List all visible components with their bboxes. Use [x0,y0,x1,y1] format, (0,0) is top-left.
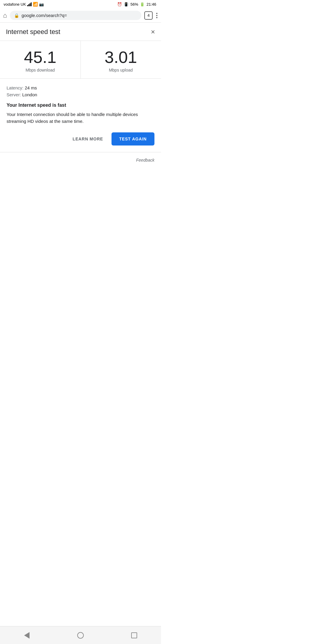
battery-icon: 🔋 [140,2,145,7]
latency-line: Latency: 24 ms [7,85,154,90]
alarm-icon: ⏰ [117,2,122,7]
upload-label: Mbps upload [86,68,157,72]
tab-count[interactable]: 4 [144,11,153,20]
extra-icon: 📷 [39,2,44,7]
status-left: vodafone UK 📶 📷 [4,2,44,7]
download-label: Mbps download [5,68,76,72]
feedback-link[interactable]: Feedback [136,158,154,162]
feedback-row: Feedback [0,152,161,168]
server-label: Server: [7,92,21,97]
url-text: google.com/search?q= [21,13,67,18]
action-row: LEARN MORE TEST AGAIN [0,132,161,152]
signal-icon [27,2,32,6]
status-bar: vodafone UK 📶 📷 ⏰ 📳 56% 🔋 21:46 [0,0,161,8]
latency-value: 24 ms [25,85,37,90]
battery-text: 56% [130,2,138,7]
speed-test-card: Internet speed test × 45.1 Mbps download… [0,23,161,168]
learn-more-button[interactable]: LEARN MORE [70,134,106,144]
upload-value: 3.01 [86,48,157,66]
card-title: Internet speed test [6,28,60,36]
close-button[interactable]: × [151,28,155,35]
server-line: Server: London [7,92,154,97]
server-value: London [22,92,37,97]
card-header: Internet speed test × [0,23,161,41]
time-text: 21:46 [146,2,156,7]
details-section: Latency: 24 ms Server: London Your Inter… [0,79,161,125]
latency-label: Latency: [7,85,24,90]
wifi-icon: 📶 [33,2,38,7]
download-cell: 45.1 Mbps download [0,41,81,78]
status-description: Your Internet connection should be able … [7,111,154,125]
carrier-text: vodafone UK [4,2,26,7]
home-button[interactable]: ⌂ [3,12,7,19]
browser-bar: ⌂ 🔒 google.com/search?q= 4 [0,8,161,23]
lock-icon: 🔒 [14,13,19,18]
menu-button[interactable] [156,12,158,19]
speed-row: 45.1 Mbps download 3.01 Mbps upload [0,41,161,79]
address-bar[interactable]: 🔒 google.com/search?q= [10,11,141,20]
test-again-button[interactable]: TEST AGAIN [112,132,154,145]
status-heading: Your Internet speed is fast [7,103,154,108]
bluetooth-icon: 📳 [124,2,129,7]
download-value: 45.1 [5,48,76,66]
upload-cell: 3.01 Mbps upload [81,41,161,78]
status-right: ⏰ 📳 56% 🔋 21:46 [117,2,156,7]
